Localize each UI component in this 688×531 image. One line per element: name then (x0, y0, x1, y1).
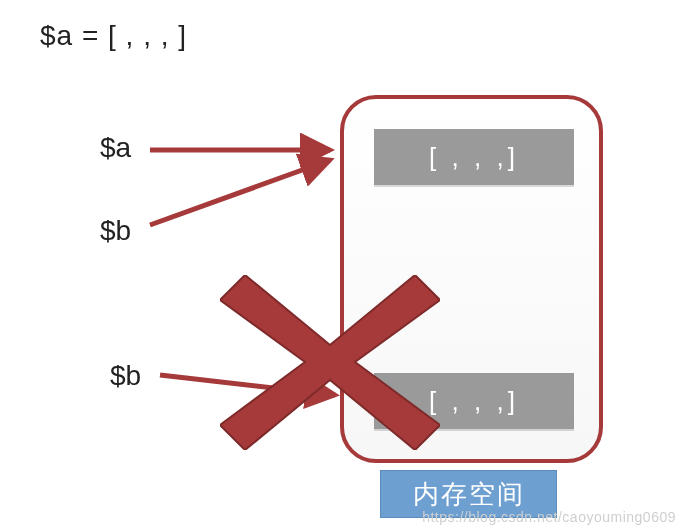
svg-marker-1 (220, 275, 440, 450)
label-var-b-low: $b (110, 360, 141, 392)
label-var-b-mid: $b (100, 215, 131, 247)
label-var-a: $a (100, 132, 131, 164)
diagram-stage: $a = [ , , , ] $a $b $b [ , , ,] [ , , ,… (0, 0, 688, 531)
watermark-text: https://blog.csdn.net/caoyouming0609 (422, 509, 676, 525)
title-expression: $a = [ , , , ] (40, 20, 187, 52)
array-slot-top: [ , , ,] (374, 129, 574, 185)
cross-out-icon (220, 275, 440, 450)
arrow-b-mid-to-slot (150, 160, 330, 225)
